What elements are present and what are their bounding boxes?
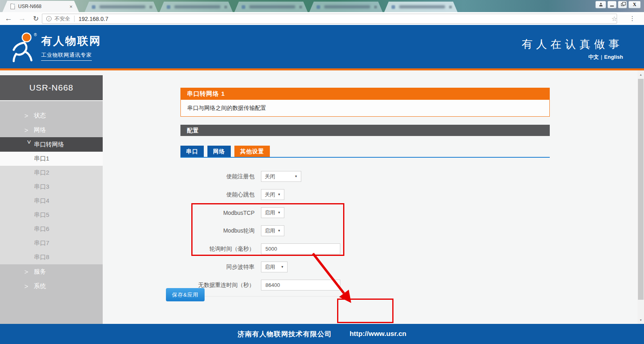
form-row: 无数据重连时间（秒） [180,280,342,290]
url-divider [74,16,75,22]
sidebar-item-uart2net[interactable]: > 串口转网络 [0,137,103,152]
lang-chinese[interactable]: 中文 [588,54,599,60]
tab-favicon-icon [317,5,320,9]
footer-company: 济南有人物联网技术有限公司 [238,330,332,339]
reconnect-time-input[interactable] [261,280,340,290]
sidebar-item-label: 系统 [34,282,46,290]
tab-favicon-icon [391,5,395,9]
tab-favicon-icon [167,5,170,9]
tab-close-icon[interactable] [449,6,452,8]
device-name-header: USR-N668 [0,75,103,100]
sidebar-item-system[interactable]: > 系统 [0,279,103,293]
serial-submenu: 串口1 串口2 串口3 串口4 串口5 串口6 串口7 串口8 [0,152,103,264]
scrollbar-thumb[interactable] [638,79,644,300]
sidebar-item-serial7[interactable]: 串口7 [0,236,103,250]
minimize-icon [610,6,614,6]
sidebar-item-status[interactable]: > 状态 [0,108,103,123]
close-window-button[interactable]: X [628,1,641,8]
page-footer: 济南有人物联网技术有限公司 http://www.usr.cn [0,324,644,344]
field-label: 无数据重连时间（秒） [180,282,255,289]
page-favicon-icon [10,4,15,9]
inactive-tab[interactable] [234,2,308,12]
active-tab[interactable]: USR-N668 × [2,1,79,12]
form-row: 使能注册包 关闭 ▼ [180,171,342,182]
tab-close-icon[interactable] [299,6,302,8]
form-row: 轮询时间（毫秒） [180,243,342,254]
scroll-up-icon[interactable]: ▲ [638,71,644,78]
inactive-tab[interactable] [384,2,458,12]
config-tabs: 串口 网络 其他设置 [180,146,270,157]
config-section-header: 配置 [180,125,550,136]
inactive-tab[interactable] [309,2,383,12]
tab-close-icon[interactable] [374,6,377,8]
browser-menu-icon[interactable]: ⋮ [626,12,638,25]
close-icon: X [633,2,636,8]
refresh-button[interactable]: ↻ [31,12,41,25]
field-label: Modbus轮询 [180,227,255,235]
sidebar-item-serial2[interactable]: 串口2 [0,166,103,180]
minimize-button[interactable] [607,1,617,8]
sidebar-menu: > 状态 > 网络 > 串口转网络 串口1 串口2 串口3 串口4 串口5 串口… [0,101,103,324]
chevron-right-icon: > [24,282,34,290]
chevron-down-icon: > [25,140,33,149]
inactive-tab[interactable] [85,2,158,12]
header-slogan: 有人在认真做事 [522,37,623,51]
sidebar-item-label: 服务 [34,268,46,276]
poll-interval-input[interactable] [261,243,340,254]
field-label: ModbusTCP [180,210,255,216]
back-button[interactable]: ← [3,12,14,25]
forward-button[interactable]: → [17,12,27,25]
bookmark-star-icon[interactable]: ☆ [611,14,617,24]
scrollbar[interactable]: ▲ ▼ [638,70,644,324]
sidebar-item-label: 状态 [34,112,46,119]
modbus-poll-select[interactable]: 启用 ▼ [261,225,284,236]
tab-close-icon[interactable] [149,6,152,8]
sidebar-item-serial1[interactable]: 串口1 [0,152,103,166]
page-description: 串口与网络之间的数据传输配置 [180,100,550,117]
chevron-down-icon: ▼ [294,175,298,178]
language-switch: 中文|English [588,54,623,61]
maximize-button[interactable] [618,1,627,8]
info-icon[interactable]: i [46,16,52,21]
tab-network[interactable]: 网络 [207,146,231,157]
footer-website-link[interactable]: http://www.usr.cn [350,330,406,338]
address-bar[interactable]: i 不安全 192.168.0.7 [42,14,617,24]
profile-button[interactable] [595,1,606,8]
chevron-right-icon: > [24,268,34,275]
tab-title: USR-N668 [18,4,66,9]
save-apply-button[interactable]: 保存&应用 [166,288,205,301]
sidebar-item-serial4[interactable]: 串口4 [0,194,103,208]
form-row: 同步波特率 启用 ▼ [180,262,342,272]
form-row: ModbusTCP 启用 ▼ [180,207,342,218]
sync-baudrate-select[interactable]: 启用 ▼ [261,262,288,272]
lang-english[interactable]: English [604,54,623,60]
tab-close-icon[interactable] [224,6,227,8]
field-label: 使能注册包 [180,173,255,180]
tab-favicon-icon [242,5,245,9]
scroll-down-icon[interactable]: ▼ [638,317,644,323]
tab-other-settings[interactable]: 其他设置 [234,146,270,157]
sidebar-item-serial6[interactable]: 串口6 [0,222,103,236]
form-row: 使能心跳包 关闭 ▼ [180,189,342,200]
brand-title: 有人物联网 [41,34,101,48]
sidebar-item-service[interactable]: > 服务 [0,264,103,279]
chevron-down-icon: ▼ [277,229,281,233]
usr-logo-icon: ® [10,31,39,63]
tab-serial[interactable]: 串口 [180,146,204,157]
browser-toolbar: ← → ↻ i 不安全 192.168.0.7 ☆ ⋮ [0,12,644,25]
settings-form: 使能注册包 关闭 ▼ 使能心跳包 关闭 ▼ ModbusTCP 启用 ▼ [180,158,342,297]
inactive-tab[interactable] [159,2,233,12]
reg-mark: ® [34,33,37,37]
sidebar-item-serial5[interactable]: 串口5 [0,208,103,222]
url-text[interactable]: 192.168.0.7 [79,16,108,22]
sidebar-item-label: 串口转网络 [34,141,64,148]
brand-block: 有人物联网 工业物联网通讯专家 [41,34,101,61]
sidebar-item-serial3[interactable]: 串口3 [0,180,103,194]
sidebar-item-network[interactable]: > 网络 [0,123,103,137]
modbustcp-select[interactable]: 启用 ▼ [261,207,284,218]
person-icon [599,3,603,6]
heartbeat-select[interactable]: 关闭 ▼ [261,189,284,200]
enable-register-select[interactable]: 关闭 ▼ [261,171,301,182]
tab-close-icon[interactable]: × [69,4,72,9]
sidebar-item-serial8[interactable]: 串口8 [0,250,103,264]
